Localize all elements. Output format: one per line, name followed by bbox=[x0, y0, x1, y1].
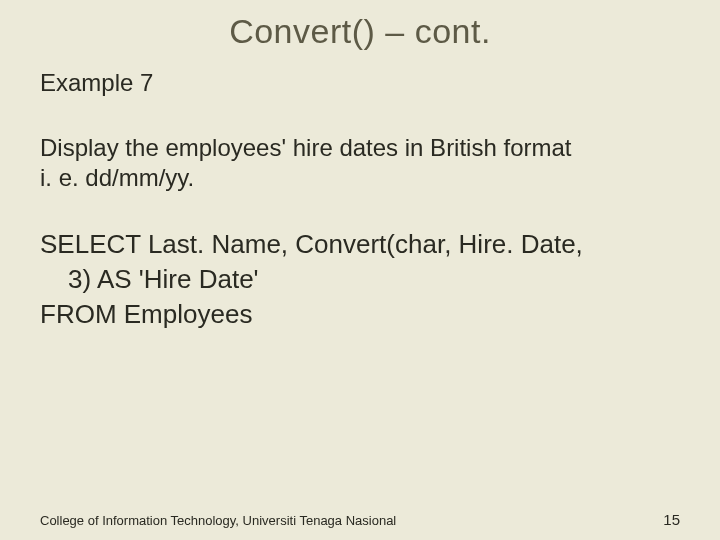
sql-line: 3) AS 'Hire Date' bbox=[40, 262, 680, 297]
example-label: Example 7 bbox=[40, 69, 680, 97]
sql-line: SELECT Last. Name, Convert(char, Hire. D… bbox=[40, 227, 680, 262]
slide-number: 15 bbox=[663, 511, 680, 528]
sql-block: SELECT Last. Name, Convert(char, Hire. D… bbox=[40, 227, 680, 332]
description: Display the employees' hire dates in Bri… bbox=[40, 133, 680, 193]
description-line: i. e. dd/mm/yy. bbox=[40, 163, 680, 193]
sql-line: FROM Employees bbox=[40, 297, 680, 332]
description-line: Display the employees' hire dates in Bri… bbox=[40, 133, 680, 163]
slide-title: Convert() – cont. bbox=[40, 0, 680, 51]
slide: Convert() – cont. Example 7 Display the … bbox=[0, 0, 720, 540]
footer-institution: College of Information Technology, Unive… bbox=[40, 513, 396, 528]
